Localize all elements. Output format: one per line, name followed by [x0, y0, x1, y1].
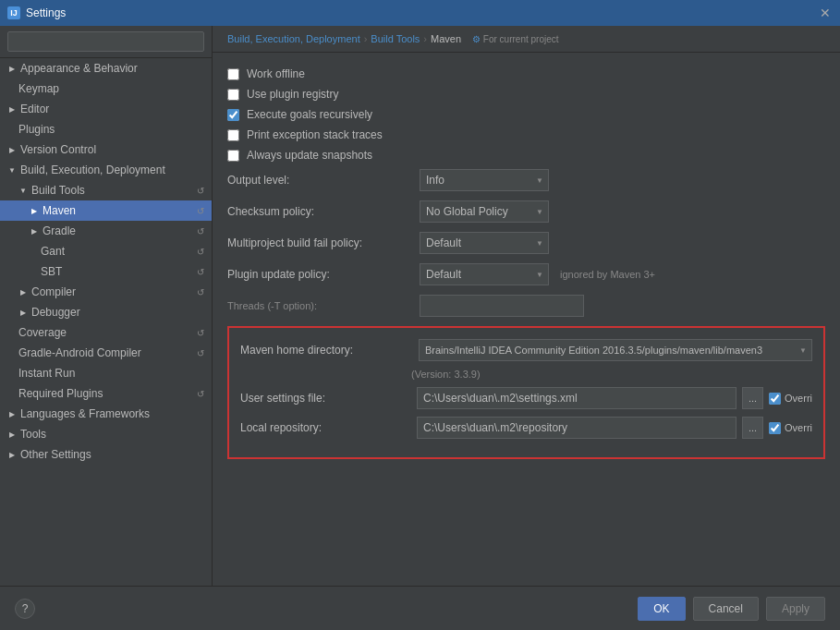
sidebar-item-gant[interactable]: Gant ↺	[0, 241, 212, 261]
search-input[interactable]	[7, 31, 204, 52]
sidebar-item-label: Editor	[20, 103, 49, 115]
local-repo-row: Local repository: ... Overri	[240, 417, 812, 439]
window-title: Settings	[26, 6, 66, 19]
reset-icon: ↺	[197, 348, 204, 358]
user-settings-override: Overri	[769, 393, 812, 405]
multiproject-policy-select-wrapper: Default At End Never Fail Fast	[420, 232, 549, 254]
main-container: Appearance & Behavior Keymap Editor Plug…	[0, 26, 840, 586]
maven-version: (Version: 3.3.9)	[240, 367, 812, 387]
multiproject-policy-select[interactable]: Default At End Never Fail Fast	[420, 232, 549, 254]
reset-icon: ↺	[197, 186, 204, 196]
arrow-icon	[7, 409, 17, 418]
output-level-select-wrapper: Info Debug Error Warn	[420, 169, 549, 191]
plugin-update-policy-row: Plugin update policy: Default Always Nev…	[227, 263, 825, 285]
local-repo-override-checkbox[interactable]	[769, 422, 781, 434]
reset-icon: ↺	[197, 389, 204, 399]
sidebar: Appearance & Behavior Keymap Editor Plug…	[0, 26, 213, 586]
sidebar-item-label: Tools	[20, 428, 46, 441]
plugin-update-policy-select[interactable]: Default Always Never Daily	[420, 263, 549, 285]
bottom-buttons: OK Cancel Apply	[638, 597, 825, 621]
sidebar-item-label: Gradle-Android Compiler	[18, 346, 141, 359]
user-settings-browse-button[interactable]: ...	[742, 387, 763, 409]
apply-button[interactable]: Apply	[766, 597, 825, 621]
plugin-update-hint: ignored by Maven 3+	[560, 269, 655, 280]
sidebar-item-required-plugins[interactable]: Required Plugins ↺	[0, 383, 212, 404]
sidebar-item-version-control[interactable]: Version Control	[0, 139, 212, 160]
sidebar-item-maven[interactable]: Maven ↺	[0, 200, 212, 221]
arrow-icon	[18, 287, 28, 297]
breadcrumb-part-2[interactable]: Build Tools	[371, 33, 420, 44]
sidebar-item-debugger[interactable]: Debugger	[0, 302, 212, 322]
sidebar-item-label: Build Tools	[31, 184, 85, 197]
work-offline-checkbox[interactable]	[227, 68, 239, 80]
sidebar-item-editor[interactable]: Editor	[0, 99, 212, 119]
sidebar-item-label: Debugger	[31, 306, 80, 319]
checkbox-always-update: Always update snapshots	[227, 149, 825, 162]
sidebar-item-other-settings[interactable]: Other Settings	[0, 444, 212, 465]
reset-icon: ↺	[197, 206, 204, 216]
breadcrumb-suffix: ⚙ For current project	[472, 34, 558, 44]
sidebar-item-label: Build, Execution, Deployment	[20, 164, 165, 176]
sidebar-item-appearance[interactable]: Appearance & Behavior	[0, 58, 212, 79]
output-level-select[interactable]: Info Debug Error Warn	[420, 169, 549, 191]
local-repo-browse-button[interactable]: ...	[742, 417, 763, 439]
maven-home-label: Maven home directory:	[240, 344, 411, 357]
sidebar-item-languages[interactable]: Languages & Frameworks	[0, 404, 212, 424]
user-settings-override-label: Overri	[785, 393, 812, 404]
user-settings-override-checkbox[interactable]	[769, 393, 781, 405]
execute-goals-label: Execute goals recursively	[247, 108, 372, 121]
sidebar-item-label: Compiler	[31, 285, 76, 298]
sidebar-item-coverage[interactable]: Coverage ↺	[0, 322, 212, 343]
sidebar-item-instant-run[interactable]: Instant Run	[0, 363, 212, 383]
threads-row: Threads (-T option):	[227, 295, 825, 317]
local-repo-input[interactable]	[417, 417, 737, 439]
sidebar-item-label: Gant	[41, 245, 65, 258]
sidebar-item-plugins[interactable]: Plugins	[0, 119, 212, 139]
sidebar-item-label: Appearance & Behavior	[20, 62, 138, 75]
title-bar: IJ Settings ✕	[0, 0, 840, 26]
execute-goals-checkbox[interactable]	[227, 109, 239, 121]
sidebar-item-gradle[interactable]: Gradle ↺	[0, 221, 212, 241]
ok-button[interactable]: OK	[638, 597, 685, 621]
content-area: Build, Execution, Deployment › Build Too…	[213, 26, 840, 586]
sidebar-item-label: Coverage	[18, 326, 67, 339]
search-box	[0, 26, 212, 58]
cancel-button[interactable]: Cancel	[693, 597, 759, 621]
local-repo-override: Overri	[769, 422, 812, 434]
title-bar-left: IJ Settings	[7, 6, 66, 19]
close-button[interactable]: ✕	[818, 6, 833, 20]
arrow-icon	[18, 308, 28, 317]
reset-icon: ↺	[197, 247, 204, 257]
local-repo-override-label: Overri	[785, 422, 812, 433]
print-exception-checkbox[interactable]	[227, 129, 239, 141]
sidebar-item-label: Keymap	[18, 82, 59, 95]
sidebar-item-build-tools[interactable]: Build Tools ↺	[0, 180, 212, 200]
plugin-update-policy-label: Plugin update policy:	[227, 268, 412, 281]
sidebar-item-label: Maven	[43, 204, 76, 217]
always-update-label: Always update snapshots	[247, 149, 372, 162]
sidebar-item-label: Gradle	[43, 224, 76, 237]
sidebar-item-compiler[interactable]: Compiler ↺	[0, 282, 212, 302]
checksum-policy-select[interactable]: No Global Policy Fail Warn Ignore	[420, 200, 549, 223]
always-update-checkbox[interactable]	[227, 150, 239, 162]
maven-home-select[interactable]: Brains/IntelliJ IDEA Community Edition 2…	[419, 339, 812, 361]
sidebar-item-label: Instant Run	[18, 367, 75, 380]
checkbox-work-offline: Work offline	[227, 67, 825, 80]
threads-label: Threads (-T option):	[227, 300, 412, 311]
sidebar-item-keymap[interactable]: Keymap	[0, 79, 212, 99]
help-button[interactable]: ?	[15, 599, 35, 619]
sidebar-item-tools[interactable]: Tools	[0, 424, 212, 444]
use-plugin-registry-checkbox[interactable]	[227, 89, 239, 101]
sidebar-item-sbt[interactable]: SBT ↺	[0, 261, 212, 282]
breadcrumb-part-1[interactable]: Build, Execution, Deployment	[227, 33, 360, 44]
sidebar-item-gradle-android[interactable]: Gradle-Android Compiler ↺	[0, 343, 212, 363]
sidebar-item-label: Version Control	[20, 143, 96, 156]
threads-input[interactable]	[420, 295, 584, 317]
user-settings-input[interactable]	[417, 387, 737, 409]
sidebar-item-label: Languages & Frameworks	[20, 407, 150, 420]
maven-home-row: Maven home directory: Brains/IntelliJ ID…	[240, 339, 812, 361]
reset-icon: ↺	[197, 267, 204, 277]
sidebar-item-build-exec-deploy[interactable]: Build, Execution, Deployment	[0, 160, 212, 180]
settings-content: Work offline Use plugin registry Execute…	[213, 53, 840, 586]
work-offline-label: Work offline	[247, 67, 305, 80]
